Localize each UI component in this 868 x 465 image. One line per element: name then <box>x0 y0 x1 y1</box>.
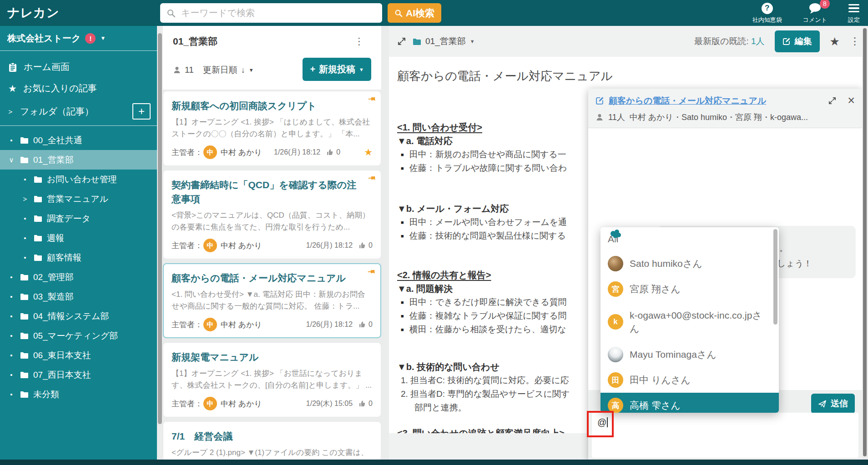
sidebar-item-home[interactable]: ホーム画面 <box>0 56 157 78</box>
bullet-mark: • <box>7 390 15 398</box>
ai-search-button[interactable]: AI検索 <box>388 3 441 23</box>
mention-item[interactable]: 高高橋 雫さん <box>601 393 779 413</box>
company-name: 株式会社ストーク <box>7 32 81 45</box>
mention-item[interactable]: 田田中 りんさん <box>601 367 779 393</box>
article-view-header: 01_営業部 ▼ 最新版の既読: 1人 編集 ★ ⋮ <box>389 26 868 57</box>
owner-name: 中村 あかり <box>221 399 262 409</box>
sidebar-folder-item[interactable]: •07_西日本支社 <box>0 365 157 385</box>
article-text-line: 2. 担当者D: 専門的な製品やサービスに関す <box>397 387 590 401</box>
article-card-description: <1. 問い合わせ受付> ▼a. 電話対応 田中：新規のお問合せや商品に関する一… <box>172 289 373 312</box>
kebab-menu-icon[interactable]: ⋮ <box>850 35 860 47</box>
kebab-menu-icon[interactable]: ⋮ <box>354 36 364 47</box>
mention-item[interactable]: kk-ogawa+00@stock-inc.co.jpさん <box>601 302 779 342</box>
keyword-search-box[interactable] <box>160 3 382 23</box>
article-card-footer: 主管者：中中村 あかり1/26(月) 18:120★ <box>172 145 373 159</box>
mention-item[interactable]: 宮宮原 翔さん <box>601 276 779 302</box>
new-post-button[interactable]: + 新規投稿 ▼ <box>303 58 371 81</box>
article-text-line: 1. 担当者C: 技術的な質問に対応。必要に応 <box>397 374 590 387</box>
company-selector[interactable]: 株式会社ストーク ! ▼ <box>0 26 157 50</box>
scrollbar-thumb[interactable] <box>863 28 867 456</box>
top-bar: ナレカン AI検索 ? 社内知恵袋 8 コメント <box>0 0 868 26</box>
sidebar-folder-item[interactable]: •調査データ <box>0 209 157 228</box>
article-heading: ▼b. 技術的な問い合わせ <box>397 360 590 374</box>
comment-panel-article-link[interactable]: 顧客からの電話・メール対応マニュアル <box>609 95 766 107</box>
search-input[interactable] <box>180 7 376 19</box>
like-count: 0 <box>368 400 373 408</box>
comments-button[interactable]: 8 コメント <box>803 2 827 24</box>
mention-item[interactable]: Mayu Tominagaさん <box>601 342 779 367</box>
star-icon: ★ <box>8 84 17 93</box>
like-counter[interactable]: 0 <box>359 400 373 408</box>
owner-label: 主管者： <box>172 320 202 330</box>
sidebar-folder-item[interactable]: •04_情報システム部 <box>0 306 157 326</box>
sort-selector[interactable]: 更新日順 <box>203 64 237 76</box>
sidebar-folder-item[interactable]: •お問い合わせ管理 <box>0 170 157 189</box>
members-count: 11人 <box>608 112 625 123</box>
sidebar: 株式会社ストーク ! ▼ ホーム画面 ★ お気に入りの記事 > フォルダ（記事）… <box>0 26 157 460</box>
main-scrollbar[interactable] <box>862 26 868 460</box>
owner-name: 中村 あかり <box>221 240 262 251</box>
folder-label: 営業マニュアル <box>47 193 108 205</box>
bullet-mark: • <box>21 234 29 242</box>
article-card[interactable]: 新規架電マニュアル【1】オープニング <1. 挨拶> 「お世話になっております、… <box>163 342 381 417</box>
app-logo[interactable]: ナレカン <box>7 0 60 26</box>
like-counter[interactable]: 0 <box>359 241 373 250</box>
list-scrollbar[interactable] <box>158 33 162 424</box>
sidebar-folder-item[interactable]: •02_管理部 <box>0 267 157 287</box>
expand-icon[interactable] <box>828 96 837 105</box>
chevron-down-icon[interactable]: ∨ <box>7 156 15 164</box>
mention-item[interactable]: Sato humikoさん <box>601 251 779 276</box>
dropdown-scrollbar[interactable] <box>773 229 777 325</box>
sidebar-folder-item[interactable]: •06_東日本支社 <box>0 345 157 365</box>
settings-button[interactable]: 設定 <box>848 2 860 24</box>
sidebar-folder-item[interactable]: •週報 <box>0 228 157 248</box>
help-button[interactable]: ? 社内知恵袋 <box>752 2 782 24</box>
folder-icon <box>34 215 42 222</box>
close-icon[interactable]: × <box>848 95 855 107</box>
folder-label: 調査データ <box>47 213 91 225</box>
member-count: 11 <box>185 65 194 75</box>
like-counter[interactable]: 0 <box>359 320 373 329</box>
bullet-mark: • <box>7 136 15 144</box>
comment-input[interactable]: @ <box>592 413 858 458</box>
article-card-title: 契約書締結時に「QCD」を確認する際の注意事項 <box>172 178 373 206</box>
like-counter[interactable]: 0 <box>327 148 340 156</box>
sidebar-favorites-label: お気に入りの記事 <box>23 82 97 95</box>
sidebar-folder-item[interactable]: •03_製造部 <box>0 287 157 306</box>
star-icon[interactable]: ★ <box>830 35 840 48</box>
sidebar-folder-item[interactable]: •00_全社共通 <box>0 130 157 150</box>
avatar <box>608 256 623 271</box>
mention-item[interactable]: All <box>601 227 779 251</box>
edit-button[interactable]: 編集 <box>775 30 820 52</box>
article-card[interactable]: 顧客からの電話・メール対応マニュアル<1. 問い合わせ受付> ▼a. 電話対応 … <box>163 263 381 338</box>
sidebar-folder-item[interactable]: •05_マーケティング部 <box>0 326 157 345</box>
bullet-mark: • <box>7 371 15 379</box>
article-card-description: 【1】オープニング <1. 挨拶> 「はじめまして、株式会社ストークの〇〇（自分… <box>172 116 373 140</box>
paragraph-gap <box>397 336 590 360</box>
sidebar-item-favorites[interactable]: ★ お気に入りの記事 <box>0 78 157 99</box>
folder-icon <box>20 313 29 320</box>
sidebar-folders-header[interactable]: > フォルダ（記事） + <box>0 99 157 124</box>
article-card[interactable]: 契約書締結時に「QCD」を確認する際の注意事項<背景>このマニュアルは、QCD（… <box>163 170 381 259</box>
article-card-list: 新規顧客への初回商談スクリプト【1】オープニング <1. 挨拶> 「はじめまして… <box>163 91 381 460</box>
comment-text-fragment: 。 <box>779 242 788 254</box>
read-status-count[interactable]: 1人 <box>751 36 765 46</box>
chevron-down-icon[interactable]: ▼ <box>249 67 254 73</box>
sidebar-folder-item[interactable]: >営業マニュアル <box>0 189 157 209</box>
chevron-right-icon[interactable]: > <box>21 195 29 203</box>
avatar: 中 <box>203 145 217 159</box>
breadcrumb[interactable]: 01_営業部 ▼ <box>413 35 475 47</box>
pin-icon <box>368 174 376 182</box>
chevron-down-icon: ▼ <box>470 39 475 44</box>
add-folder-button[interactable]: + <box>132 103 151 120</box>
sidebar-folder-item[interactable]: •顧客情報 <box>0 248 157 267</box>
article-card[interactable]: 7/1 経営会議<グループ 2 (1).png> ▼(1)ファイルの要約 この文… <box>163 421 381 460</box>
article-card[interactable]: 新規顧客への初回商談スクリプト【1】オープニング <1. 挨拶> 「はじめまして… <box>163 91 381 166</box>
expand-icon[interactable] <box>397 37 406 46</box>
folder-label: 02_管理部 <box>33 271 74 283</box>
send-button[interactable]: 送信 <box>811 394 855 414</box>
sidebar-folder-item[interactable]: ∨01_営業部 <box>0 150 157 170</box>
sidebar-folder-item[interactable]: •未分類 <box>0 385 157 404</box>
star-icon[interactable]: ★ <box>364 147 373 158</box>
folder-label: 未分類 <box>33 389 59 400</box>
